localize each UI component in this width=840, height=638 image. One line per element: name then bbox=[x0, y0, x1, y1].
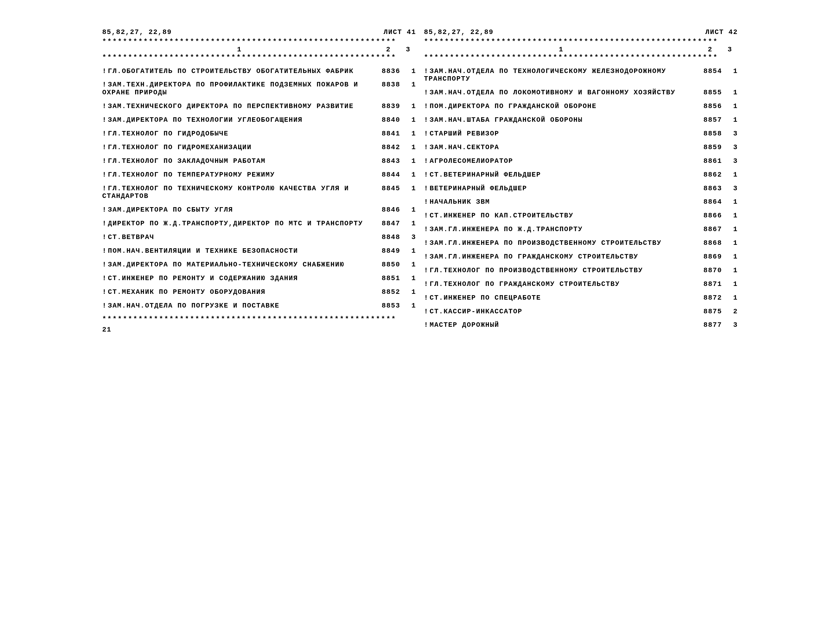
row-code: 8852 bbox=[377, 288, 400, 296]
row-count: 1 bbox=[400, 171, 416, 179]
row-count: 3 bbox=[722, 185, 738, 193]
table-row: СТ.КАССИР-ИНКАССАТОР88752 bbox=[424, 308, 738, 316]
row-count: 1 bbox=[722, 171, 738, 179]
row-code: 8845 bbox=[377, 185, 400, 201]
row-count: 1 bbox=[400, 81, 416, 97]
table-row: ЗАМ.ГЛ.ИНЖЕНЕРА ПО ПРОИЗВОДСТВЕННОМУ СТР… bbox=[424, 239, 738, 247]
row-name: ГЛ.ТЕХНОЛОГ ПО ПРОИЗВОДСТВЕННОМУ СТРОИТЕ… bbox=[424, 267, 699, 275]
col1-header: 1 bbox=[102, 46, 377, 54]
table-row: ГЛ.ТЕХНОЛОГ ПО ЗАКЛАДОЧНЫМ РАБОТАМ88431 bbox=[102, 157, 416, 165]
row-count: 1 bbox=[400, 185, 416, 201]
row-name: СТ.ИНЖЕНЕР ПО РЕМОНТУ И СОДЕРЖАНИЮ ЗДАНИ… bbox=[102, 275, 377, 282]
row-name: ЗАМ.ГЛ.ИНЖЕНЕРА ПО ГРАЖДАНСКОМУ СТРОИТЕЛ… bbox=[424, 253, 699, 261]
row-code: 8864 bbox=[698, 198, 722, 206]
page-right-header: 85,82,27, 22,89 ЛИСТ 42 bbox=[424, 28, 738, 36]
table-row: СТ.ИНЖЕНЕР ПО СПЕЦРАБОТЕ88721 bbox=[424, 294, 738, 302]
table-row: ГЛ.ТЕХНОЛОГ ПО ТЕХНИЧЕСКОМУ КОНТРОЛЮ КАЧ… bbox=[102, 185, 416, 201]
row-name: ЗАМ.НАЧ.ОТДЕЛА ПО ПОГРУЗКЕ И ПОСТАВКЕ bbox=[102, 302, 377, 310]
row-count: 3 bbox=[722, 144, 738, 152]
header-right-sheet: ЛИСТ 42 bbox=[706, 28, 738, 36]
row-code: 8849 bbox=[377, 247, 400, 255]
row-count: 1 bbox=[722, 212, 738, 220]
table-row: ЗАМ.НАЧ.ОТДЕЛА ПО ЛОКОМОТИВНОМУ И ВАГОНН… bbox=[424, 89, 738, 97]
table-row: НАЧАЛЬНИК ЗВМ88641 bbox=[424, 198, 738, 206]
table-row: ЗАМ.ГЛ.ИНЖЕНЕРА ПО ГРАЖДАНСКОМУ СТРОИТЕЛ… bbox=[424, 253, 738, 261]
document-pages: 85,82,27, 22,89 ЛИСТ 41 ****************… bbox=[102, 28, 738, 335]
row-count: 3 bbox=[722, 157, 738, 165]
row-code: 8877 bbox=[698, 321, 722, 329]
row-code: 8836 bbox=[377, 68, 400, 75]
row-count: 3 bbox=[722, 321, 738, 329]
page-left: 85,82,27, 22,89 ЛИСТ 41 ****************… bbox=[102, 28, 416, 335]
table-row: ПОМ.ДИРЕКТОРА ПО ГРАЖДАНСКОЙ ОБОРОНЕ8856… bbox=[424, 103, 738, 111]
row-count: 1 bbox=[722, 294, 738, 302]
row-count: 2 bbox=[722, 308, 738, 316]
row-name: МАСТЕР ДОРОЖНЫЙ bbox=[424, 321, 699, 329]
row-name: ЗАМ.ДИРЕКТОРА ПО ТЕХНОЛОГИИ УГЛЕОБОГАЩЕН… bbox=[102, 116, 377, 124]
col2-header: 2 bbox=[377, 46, 400, 54]
row-code: 8869 bbox=[698, 253, 722, 261]
row-count: 1 bbox=[722, 267, 738, 275]
row-code: 8842 bbox=[377, 144, 400, 152]
row-code: 8847 bbox=[377, 220, 400, 228]
row-name: ЗАМ.ТЕХН.ДИРЕКТОРА ПО ПРОФИЛАКТИКЕ ПОДЗЕ… bbox=[102, 81, 377, 97]
row-name: ЗАМ.ГЛ.ИНЖЕНЕРА ПО Ж.Д.ТРАНСПОРТУ bbox=[424, 226, 699, 233]
col1-header: 1 bbox=[424, 46, 699, 54]
row-name: ВЕТЕРИНАРНЫЙ ФЕЛЬДШЕР bbox=[424, 185, 699, 193]
row-count: 1 bbox=[400, 130, 416, 138]
row-name: ГЛ.ТЕХНОЛОГ ПО ЗАКЛАДОЧНЫМ РАБОТАМ bbox=[102, 157, 377, 165]
row-name: СТ.ИНЖЕНЕР ПО КАП.СТРОИТЕЛЬСТВУ bbox=[424, 212, 699, 220]
table-row: СТАРШИЙ РЕВИЗОР88583 bbox=[424, 130, 738, 138]
row-name: ГЛ.ОБОГАТИТЕЛЬ ПО СТРОИТЕЛЬСТВУ ОБОГАТИТ… bbox=[102, 68, 377, 75]
row-code: 8863 bbox=[698, 185, 722, 193]
table-row: ЗАМ.ТЕХН.ДИРЕКТОРА ПО ПРОФИЛАКТИКЕ ПОДЗЕ… bbox=[102, 81, 416, 97]
table-row: ГЛ.ТЕХНОЛОГ ПО ГИДРОДОБЫЧЕ88411 bbox=[102, 130, 416, 138]
row-count: 1 bbox=[722, 239, 738, 247]
row-code: 8866 bbox=[698, 212, 722, 220]
row-code: 8846 bbox=[377, 206, 400, 214]
table-row: ГЛ.ТЕХНОЛОГ ПО ТЕМПЕРАТУРНОМУ РЕЖИМУ8844… bbox=[102, 171, 416, 179]
row-count: 1 bbox=[400, 144, 416, 152]
page-right: 85,82,27, 22,89 ЛИСТ 42 ****************… bbox=[424, 28, 738, 335]
row-name: ЗАМ.НАЧ.СЕКТОРА bbox=[424, 144, 699, 152]
divider-mid: ****************************************… bbox=[102, 54, 416, 62]
page-left-footer: 21 bbox=[102, 326, 416, 334]
row-code: 8859 bbox=[698, 144, 722, 152]
table-row: ПОМ.НАЧ.ВЕНТИЛЯЦИИ И ТЕХНИКЕ БЕЗОПАСНОСТ… bbox=[102, 247, 416, 255]
table-row: ЗАМ.ДИРЕКТОРА ПО СБЫТУ УГЛЯ88461 bbox=[102, 206, 416, 214]
row-code: 8872 bbox=[698, 294, 722, 302]
row-name: ЗАМ.НАЧ.ШТАБА ГРАЖДАНСКОЙ ОБОРОНЫ bbox=[424, 116, 699, 124]
row-code: 8868 bbox=[698, 239, 722, 247]
row-name: ПОМ.НАЧ.ВЕНТИЛЯЦИИ И ТЕХНИКЕ БЕЗОПАСНОСТ… bbox=[102, 247, 377, 255]
row-count: 1 bbox=[400, 288, 416, 296]
rows-right: ЗАМ.НАЧ.ОТДЕЛА ПО ТЕХНОЛОГИЧЕСКОМУ ЖЕЛЕЗ… bbox=[424, 68, 738, 329]
row-code: 8870 bbox=[698, 267, 722, 275]
header-left-sheet: ЛИСТ 41 bbox=[384, 28, 416, 36]
row-name: СТ.ВЕТЕРИНАРНЫЙ ФЕЛЬДШЕР bbox=[424, 171, 699, 179]
header-right-date: 85,82,27, 22,89 bbox=[424, 28, 494, 36]
row-name: ПОМ.ДИРЕКТОРА ПО ГРАЖДАНСКОЙ ОБОРОНЕ bbox=[424, 103, 699, 111]
table-row: СТ.ИНЖЕНЕР ПО РЕМОНТУ И СОДЕРЖАНИЮ ЗДАНИ… bbox=[102, 275, 416, 282]
row-name: СТ.ВЕТВРАЧ bbox=[102, 233, 377, 241]
table-row: СТ.МЕХАНИК ПО РЕМОНТУ ОБОРУДОВАНИЯ88521 bbox=[102, 288, 416, 296]
row-count: 1 bbox=[722, 253, 738, 261]
row-name: ЗАМ.НАЧ.ОТДЕЛА ПО ТЕХНОЛОГИЧЕСКОМУ ЖЕЛЕЗ… bbox=[424, 68, 699, 83]
row-code: 8855 bbox=[698, 89, 722, 97]
row-count: 1 bbox=[400, 157, 416, 165]
table-row: АГРОЛЕСОМЕЛИОРАТОР88613 bbox=[424, 157, 738, 165]
row-code: 8858 bbox=[698, 130, 722, 138]
row-count: 1 bbox=[722, 198, 738, 206]
row-name: АГРОЛЕСОМЕЛИОРАТОР bbox=[424, 157, 699, 165]
row-code: 8853 bbox=[377, 302, 400, 310]
row-count: 1 bbox=[722, 68, 738, 83]
table-row: ГЛ.ТЕХНОЛОГ ПО ПРОИЗВОДСТВЕННОМУ СТРОИТЕ… bbox=[424, 267, 738, 275]
row-code: 8844 bbox=[377, 171, 400, 179]
row-name: ГЛ.ТЕХНОЛОГ ПО ГИДРОМЕХАНИЗАЦИИ bbox=[102, 144, 377, 152]
row-count: 1 bbox=[400, 68, 416, 75]
table-row: ДИРЕКТОР ПО Ж.Д.ТРАНСПОРТУ,ДИРЕКТОР ПО М… bbox=[102, 220, 416, 228]
row-name: ЗАМ.НАЧ.ОТДЕЛА ПО ЛОКОМОТИВНОМУ И ВАГОНН… bbox=[424, 89, 699, 97]
row-count: 1 bbox=[400, 275, 416, 282]
row-count: 1 bbox=[400, 220, 416, 228]
row-name: НАЧАЛЬНИК ЗВМ bbox=[424, 198, 699, 206]
col3-header: 3 bbox=[722, 46, 738, 54]
